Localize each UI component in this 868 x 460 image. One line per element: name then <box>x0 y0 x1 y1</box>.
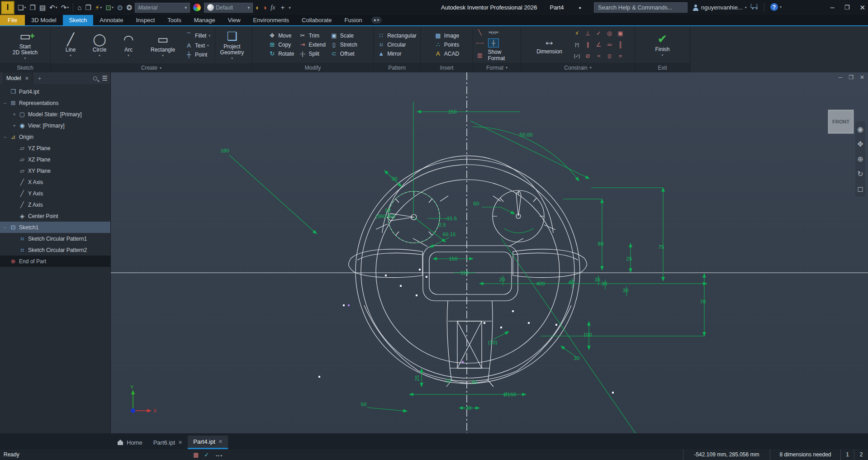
stretch-button[interactable]: ▯Stretch <box>328 41 359 48</box>
rectangular-pattern-button[interactable]: ∷Rectangular <box>375 32 418 39</box>
minimize-button[interactable]: ─ <box>830 4 835 11</box>
open-icon[interactable]: ❒ <box>28 3 37 13</box>
parallel-constraint-icon[interactable]: ∥ <box>583 39 593 50</box>
tree-node-x-axis[interactable]: ╱X Axis <box>0 176 110 188</box>
sketch-canvas[interactable]: 15050.00180306010(360-60)-15.52.560.1515… <box>111 72 868 433</box>
color-wheel-icon[interactable] <box>193 4 201 11</box>
redo-icon[interactable]: ↷▾ <box>60 3 71 13</box>
offset-button[interactable]: ⊂Offset <box>328 50 359 57</box>
view-cube[interactable]: FRONT <box>828 109 854 134</box>
dimension-label[interactable]: 50 <box>361 402 367 407</box>
rectangle-button[interactable]: ▭Rectangle▾ <box>143 32 182 58</box>
fix-constraint-icon[interactable]: ▣ <box>615 28 626 39</box>
trim-button[interactable]: ✂Trim <box>297 32 327 39</box>
dimension-label[interactable]: (360-60) <box>375 213 395 219</box>
dimension-label[interactable]: 10 <box>446 378 451 384</box>
browser-tab-model[interactable]: Model ✕ <box>3 72 33 84</box>
move-button[interactable]: ✥Move <box>266 32 296 39</box>
rotate-button[interactable]: ↻Rotate <box>266 50 296 57</box>
dimension-label[interactable]: 30 <box>392 176 398 181</box>
adjust-appearance-icon[interactable]: ◐ <box>254 3 261 12</box>
dimension-label[interactable]: 70 <box>700 299 706 304</box>
browser-menu-icon[interactable]: ☰ <box>102 75 108 82</box>
coincident-constraint-icon[interactable]: ✓ <box>593 28 604 39</box>
panel-label-modify[interactable]: Modify <box>252 63 373 72</box>
dimension-label[interactable]: 10 <box>385 208 391 213</box>
user-account-button[interactable]: nguyenvanhie... ▾ <box>693 0 747 15</box>
tangent-constraint-icon[interactable]: ⊘ <box>583 50 593 62</box>
vertical-constraint-icon[interactable]: ║ <box>615 39 626 50</box>
show-format-icon[interactable]: ▥ <box>474 51 485 60</box>
panel-label-pattern[interactable]: Pattern <box>374 63 420 72</box>
construction-icon[interactable]: ╲ <box>474 28 485 37</box>
dimension-label[interactable]: 30 <box>466 405 472 411</box>
horizontal-constraint-icon[interactable]: ═ <box>604 39 615 50</box>
split-button[interactable]: -|-Split <box>297 50 327 57</box>
document-tab-home[interactable]: Home <box>112 436 148 449</box>
tree-node-view-primary-[interactable]: ＋◉View: [Primary] <box>0 120 110 131</box>
inventor-logo[interactable]: I <box>1 1 14 14</box>
mirror-button[interactable]: ▲Mirror <box>375 50 418 57</box>
store-cart-icon[interactable] <box>751 4 759 10</box>
image-button[interactable]: ▩Image <box>432 32 461 39</box>
dimension-label[interactable]: 2.5 <box>439 222 446 228</box>
home-icon[interactable]: ⌂ <box>76 3 83 12</box>
acad-button[interactable]: AACAD <box>432 50 461 57</box>
ribbon-tab-view[interactable]: View <box>222 15 247 25</box>
capture-icon[interactable]: ⏺▾ <box>371 17 382 24</box>
perpendicular-constraint-icon[interactable]: ⊥ <box>583 28 593 39</box>
panel-label-create[interactable]: Create▾ <box>51 63 252 72</box>
dimension-label[interactable]: 60 <box>474 201 479 206</box>
ribbon-tab-sketch[interactable]: Sketch <box>63 15 94 25</box>
point-button[interactable]: ┼Point <box>183 51 212 58</box>
measure-icon[interactable]: ⊡▾ <box>104 3 115 13</box>
center-point-format-icon[interactable]: ┼ <box>488 38 499 47</box>
dimension-label[interactable]: 75 <box>659 244 664 250</box>
finish-sketch-button[interactable]: ✔Finish▾ <box>649 31 677 58</box>
tree-node-end-of-part[interactable]: ⊗End of Part <box>0 256 110 267</box>
arc-button[interactable]: ◠Arc▾ <box>114 32 142 58</box>
tree-node-origin[interactable]: −⊿Origin <box>0 131 110 142</box>
concentric-constraint-icon[interactable]: ◎ <box>604 28 615 39</box>
document-tab-part4-ipt[interactable]: Part4.ipt✕ <box>188 436 228 449</box>
dimension-label[interactable]: 80 <box>598 241 604 247</box>
auto-dimension-icon[interactable]: ⚡ <box>572 28 583 39</box>
smooth-constraint-icon[interactable]: ≈ <box>593 50 604 62</box>
symmetric-constraint-icon[interactable]: [|] <box>604 50 615 62</box>
equal-constraint-icon[interactable]: = <box>615 50 626 62</box>
dimension-label[interactable]: 30 <box>623 288 629 293</box>
save-icon[interactable]: ▤ <box>38 3 47 13</box>
tab-close-icon[interactable]: ✕ <box>178 440 182 446</box>
tree-node-sketch-circular-pattern1[interactable]: ⠶Sketch Circular Pattern1 <box>0 233 110 244</box>
expression-icon[interactable]: H(x)H <box>488 28 499 37</box>
tree-node-yz-plane[interactable]: ▱YZ Plane <box>0 142 110 154</box>
ribbon-tab-collaborate[interactable]: Collaborate <box>295 15 338 25</box>
ribbon-tab-environments[interactable]: Environments <box>247 15 295 25</box>
scale-button[interactable]: ▣Scale <box>328 32 359 39</box>
navigation-wheel-icon[interactable]: ◉ <box>857 125 863 133</box>
dimension-label[interactable]: 40 <box>569 280 574 285</box>
dimension-label[interactable]: -15.5 <box>445 216 457 221</box>
tree-node-z-axis[interactable]: ╱Z Axis <box>0 199 110 210</box>
project-geometry-button[interactable]: ❏ProjectGeometry▾ <box>218 28 246 61</box>
dimension-label[interactable]: 30 <box>471 379 477 385</box>
dimension-label[interactable]: 100 <box>583 332 592 337</box>
doc-restore-icon[interactable]: ❐ <box>849 74 854 81</box>
circle-button[interactable]: ◯Circle▾ <box>85 32 114 58</box>
close-button[interactable]: ✕ <box>859 4 865 12</box>
dimension-label[interactable]: 50.00 <box>520 132 533 138</box>
add-icon[interactable]: ＋ <box>278 2 287 13</box>
render-wheel-icon[interactable]: ❂ <box>125 3 134 13</box>
dimension-label[interactable]: (10) <box>488 340 498 345</box>
lightning-icon[interactable]: ⚡▾ <box>94 3 104 13</box>
constraint-inference-icon[interactable]: ✓ <box>204 451 209 458</box>
undo-icon[interactable]: ↶▾ <box>48 3 59 13</box>
line-button[interactable]: ╱Line▾ <box>57 32 85 58</box>
dimension-label[interactable]: 35 <box>595 277 601 282</box>
clear-appearance-icon[interactable]: ◑ <box>261 3 268 12</box>
ribbon-tab-manage[interactable]: Manage <box>188 15 222 25</box>
dimension-display-icon[interactable]: ↔ <box>214 451 220 458</box>
look-at-icon[interactable]: ◻ <box>857 185 863 193</box>
tree-node-sketch-circular-pattern2[interactable]: ⠶Sketch Circular Pattern2 <box>0 244 110 256</box>
tab-close-icon[interactable]: ✕ <box>218 439 223 445</box>
